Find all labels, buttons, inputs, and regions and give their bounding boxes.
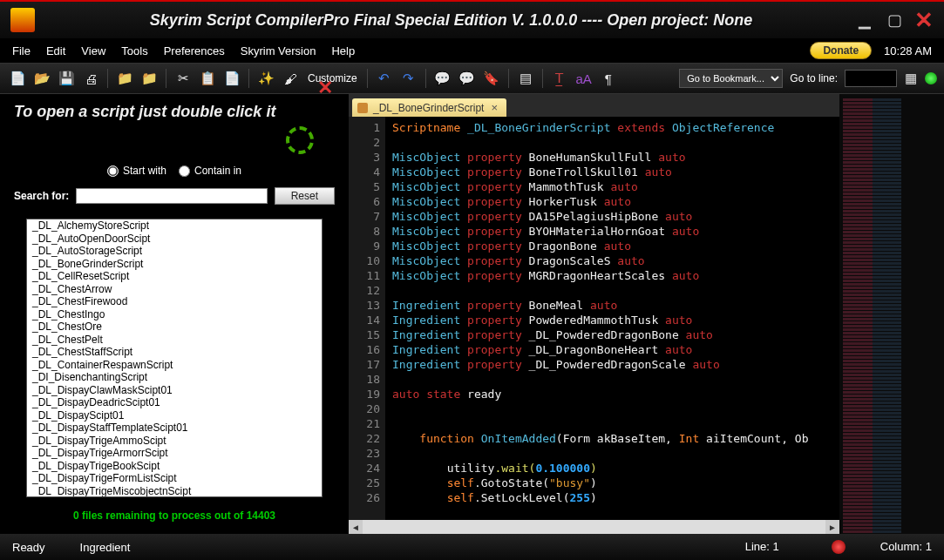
list-item[interactable]: _DL_DispayTrigeAmmoScipt xyxy=(27,435,322,448)
list-item[interactable]: _DL_DispayDeadricScipt01 xyxy=(27,396,322,409)
list-item[interactable]: _DL_ChestFirewood xyxy=(27,295,322,308)
minimap[interactable] xyxy=(839,94,944,534)
status-led-icon xyxy=(925,72,937,84)
list-item[interactable]: _DL_DispayClawMaskScipt01 xyxy=(27,384,322,397)
search-label: Search for: xyxy=(14,190,69,202)
status-line: Line: 1 xyxy=(745,540,779,554)
bookmark-icon[interactable]: 🔖 xyxy=(481,68,502,89)
open-icon[interactable]: 📂 xyxy=(31,68,52,89)
list-item[interactable]: _DL_DispayTrigeArmorrScipt xyxy=(27,447,322,460)
list-item[interactable]: _DL_CellResetScript xyxy=(27,270,322,283)
status-column: Column: 1 xyxy=(880,540,932,554)
app-icon xyxy=(10,8,35,32)
scroll-right-icon[interactable]: ► xyxy=(825,520,839,534)
status-ready: Ready xyxy=(12,541,45,554)
paste-icon[interactable]: 📄 xyxy=(221,68,242,89)
window-title: Skyrim Script CompilerPro Final Special … xyxy=(47,11,855,30)
line-gutter: 1234567891011121314151617181920212223242… xyxy=(349,117,385,520)
list-item[interactable]: _DL_ChestIngo xyxy=(27,308,322,321)
scroll-left-icon[interactable]: ◄ xyxy=(349,520,363,534)
new-icon[interactable]: 📄 xyxy=(7,68,28,89)
horizontal-scrollbar[interactable]: ◄ ► xyxy=(349,520,839,534)
menu-tools[interactable]: Tools xyxy=(121,44,147,57)
list-item[interactable]: _DL_ChestStaffScript xyxy=(27,346,322,359)
list-item[interactable]: _DL_DispayTrigeMiscobjectnScipt xyxy=(27,485,322,498)
menu-help[interactable]: Help xyxy=(331,44,355,57)
reset-button[interactable]: Reset xyxy=(275,187,335,205)
list-item[interactable]: _DL_DispayScipt01 xyxy=(27,409,322,422)
wand-icon[interactable]: ✨ xyxy=(255,68,276,89)
comment-icon[interactable]: 💬 xyxy=(432,68,453,89)
save-all-icon[interactable]: 🖨 xyxy=(80,68,101,89)
redo-icon[interactable]: ↷ xyxy=(398,68,419,89)
status-led-red-icon xyxy=(832,540,846,554)
process-status: 0 files remaining to process out of 1440… xyxy=(14,501,335,525)
tab-label: _DL_BoneGrinderScript xyxy=(373,102,484,114)
minimize-button[interactable]: ▁ xyxy=(855,10,874,30)
list-item[interactable]: _DL_AutoStorageScript xyxy=(27,245,322,258)
search-input[interactable] xyxy=(76,188,267,204)
undo-icon[interactable]: ↶ xyxy=(374,68,395,89)
clock: 10:28 AM xyxy=(884,44,932,57)
list-item[interactable]: _DL_AutoOpenDoorScipt xyxy=(27,233,322,246)
status-context: Ingredient xyxy=(80,541,131,554)
menu-file[interactable]: File xyxy=(12,44,31,57)
copy-icon[interactable]: 📋 xyxy=(197,68,218,89)
case-icon[interactable]: aA xyxy=(574,68,594,89)
list-item[interactable]: _DL_DispayStaffTemplateScipt01 xyxy=(27,422,322,435)
goto-bookmark-select[interactable]: Go to Bookmark... xyxy=(679,69,783,88)
panel-icon[interactable]: ▤ xyxy=(515,68,536,89)
menu-edit[interactable]: Edit xyxy=(46,44,65,57)
uncomment-icon[interactable]: 💬 xyxy=(457,68,478,89)
script-list[interactable]: _DL_AlchemyStoreScript_DL_AutoOpenDoorSc… xyxy=(26,219,323,497)
save-icon[interactable]: 💾 xyxy=(56,68,77,89)
refresh-icon[interactable] xyxy=(286,126,314,154)
maximize-button[interactable]: ▢ xyxy=(885,10,904,30)
list-item[interactable]: _DL_ChestArrow xyxy=(27,283,322,296)
menu-skyrim-version[interactable]: Skyrim Version xyxy=(241,44,316,57)
radio-contain-in[interactable]: Contain in xyxy=(179,165,241,177)
text-color-icon[interactable]: T̲ xyxy=(549,68,570,89)
brush-icon[interactable]: 🖌 xyxy=(280,68,301,89)
toolbar: 📄 📂 💾 🖨 📁 📁 ✂ 📋 📄 ✨ 🖌 Customize ↶ ↷ 💬 💬 … xyxy=(0,63,944,94)
donate-button[interactable]: Donate xyxy=(810,42,872,59)
menu-view[interactable]: View xyxy=(81,44,105,57)
editor-tab[interactable]: _DL_BoneGrinderScript × xyxy=(352,98,506,117)
list-item[interactable]: _DL_BoneGrinderScript xyxy=(27,258,322,271)
tab-close-icon[interactable]: × xyxy=(491,101,498,114)
folder-icon[interactable]: 📁 xyxy=(114,68,135,89)
radio-start-with[interactable]: Start with xyxy=(107,165,166,177)
folder2-icon[interactable]: 📁 xyxy=(139,68,160,89)
pilcrow-icon[interactable]: ¶ xyxy=(598,68,619,89)
menu-preferences[interactable]: Preferences xyxy=(164,44,225,57)
code-editor[interactable]: Scriptname _DL_BoneGrinderScript extends… xyxy=(385,117,839,520)
list-item[interactable]: _DI_DisenchantingScript xyxy=(27,371,322,384)
open-hint: To open a script just double click it xyxy=(14,103,275,121)
goto-line-label: Go to line: xyxy=(786,72,841,84)
list-item[interactable]: _DL_ChestOre xyxy=(27,320,322,334)
list-item[interactable]: _DL_AlchemyStoreScript xyxy=(27,219,322,233)
panel-close-icon[interactable]: ✕ xyxy=(317,77,336,96)
cut-icon[interactable]: ✂ xyxy=(173,68,194,89)
list-item[interactable]: _DL_ChestPelt xyxy=(27,334,322,347)
list-item[interactable]: _DL_ContainerRespawnScript xyxy=(27,359,322,372)
close-button[interactable]: ✕ xyxy=(914,10,934,30)
grid-icon[interactable]: ▦ xyxy=(900,68,921,89)
menu-bar: File Edit View Tools Preferences Skyrim … xyxy=(0,38,944,63)
list-item[interactable]: _DL_DispayTrigeFormListScipt xyxy=(27,472,322,485)
list-item[interactable]: _DL_DispayTrigeBookScipt xyxy=(27,460,322,473)
goto-line-input[interactable] xyxy=(845,70,897,87)
